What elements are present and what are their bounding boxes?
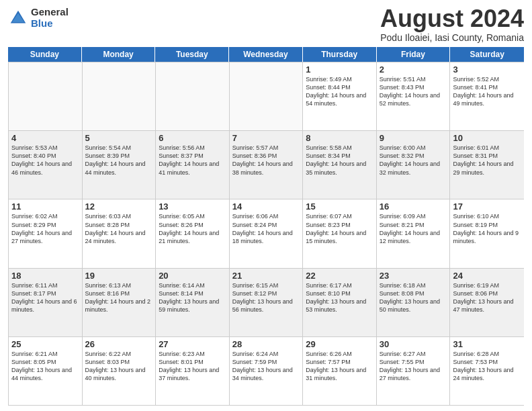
day-info: Sunrise: 6:23 AM Sunset: 8:01 PM Dayligh… xyxy=(159,350,226,383)
calendar-cell: 23Sunrise: 6:18 AM Sunset: 8:08 PM Dayli… xyxy=(377,269,451,336)
calendar-cell: 11Sunrise: 6:02 AM Sunset: 8:29 PM Dayli… xyxy=(9,199,83,267)
logo: General Blue xyxy=(8,7,69,29)
day-info: Sunrise: 6:18 AM Sunset: 8:08 PM Dayligh… xyxy=(380,281,447,314)
day-number: 19 xyxy=(85,271,153,281)
calendar-cell: 8Sunrise: 5:58 AM Sunset: 8:34 PM Daylig… xyxy=(303,131,377,199)
day-info: Sunrise: 6:19 AM Sunset: 8:06 PM Dayligh… xyxy=(453,281,521,314)
header-monday: Monday xyxy=(82,47,156,62)
day-number: 18 xyxy=(11,271,79,281)
day-number: 9 xyxy=(380,133,447,143)
logo-icon xyxy=(8,8,28,28)
calendar-cell: 3Sunrise: 5:52 AM Sunset: 8:41 PM Daylig… xyxy=(450,62,524,130)
calendar-cell: 20Sunrise: 6:14 AM Sunset: 8:14 PM Dayli… xyxy=(156,269,230,336)
day-info: Sunrise: 6:27 AM Sunset: 7:55 PM Dayligh… xyxy=(380,350,447,383)
calendar-cell: 29Sunrise: 6:26 AM Sunset: 7:57 PM Dayli… xyxy=(303,337,377,405)
day-info: Sunrise: 6:13 AM Sunset: 8:16 PM Dayligh… xyxy=(85,281,153,314)
header-saturday: Saturday xyxy=(450,47,524,62)
day-number: 24 xyxy=(453,271,521,281)
day-number: 6 xyxy=(159,133,226,143)
day-number: 30 xyxy=(380,339,447,349)
day-info: Sunrise: 5:54 AM Sunset: 8:39 PM Dayligh… xyxy=(85,144,153,177)
calendar: Sunday Monday Tuesday Wednesday Thursday… xyxy=(8,47,524,406)
day-info: Sunrise: 6:07 AM Sunset: 8:23 PM Dayligh… xyxy=(306,212,373,245)
day-info: Sunrise: 6:01 AM Sunset: 8:31 PM Dayligh… xyxy=(453,144,521,177)
day-info: Sunrise: 6:10 AM Sunset: 8:19 PM Dayligh… xyxy=(453,212,521,245)
calendar-cell: 2Sunrise: 5:51 AM Sunset: 8:43 PM Daylig… xyxy=(377,62,451,130)
day-number: 14 xyxy=(232,201,300,212)
calendar-cell: 24Sunrise: 6:19 AM Sunset: 8:06 PM Dayli… xyxy=(450,269,524,336)
calendar-row-1: 1Sunrise: 5:49 AM Sunset: 8:44 PM Daylig… xyxy=(9,62,524,130)
day-number: 13 xyxy=(159,201,226,212)
calendar-row-3: 11Sunrise: 6:02 AM Sunset: 8:29 PM Dayli… xyxy=(9,199,524,267)
day-number: 3 xyxy=(453,64,521,75)
calendar-cell: 6Sunrise: 5:56 AM Sunset: 8:37 PM Daylig… xyxy=(156,131,230,199)
calendar-header: Sunday Monday Tuesday Wednesday Thursday… xyxy=(8,47,524,62)
calendar-cell: 1Sunrise: 5:49 AM Sunset: 8:44 PM Daylig… xyxy=(303,62,377,130)
day-number: 25 xyxy=(11,339,79,349)
logo-general-text: General xyxy=(31,7,69,18)
day-info: Sunrise: 6:11 AM Sunset: 8:17 PM Dayligh… xyxy=(11,281,79,314)
header-tuesday: Tuesday xyxy=(155,47,229,62)
day-number: 20 xyxy=(159,271,226,281)
calendar-cell: 19Sunrise: 6:13 AM Sunset: 8:16 PM Dayli… xyxy=(83,269,157,336)
location: Podu Iloaiei, Iasi County, Romania xyxy=(380,32,524,43)
calendar-cell: 18Sunrise: 6:11 AM Sunset: 8:17 PM Dayli… xyxy=(9,269,83,336)
day-number: 23 xyxy=(380,271,447,281)
day-number: 16 xyxy=(380,201,447,212)
day-number: 27 xyxy=(159,339,226,349)
day-info: Sunrise: 6:02 AM Sunset: 8:29 PM Dayligh… xyxy=(11,212,79,245)
day-info: Sunrise: 6:09 AM Sunset: 8:21 PM Dayligh… xyxy=(380,212,447,245)
header: General Blue August 2024 Podu Iloaiei, I… xyxy=(8,7,524,43)
day-number: 22 xyxy=(306,271,373,281)
day-number: 21 xyxy=(232,271,300,281)
header-friday: Friday xyxy=(377,47,451,62)
calendar-cell: 21Sunrise: 6:15 AM Sunset: 8:12 PM Dayli… xyxy=(230,269,304,336)
calendar-row-2: 4Sunrise: 5:53 AM Sunset: 8:40 PM Daylig… xyxy=(9,130,524,199)
calendar-cell xyxy=(83,62,157,130)
day-info: Sunrise: 6:22 AM Sunset: 8:03 PM Dayligh… xyxy=(85,350,153,383)
day-info: Sunrise: 5:51 AM Sunset: 8:43 PM Dayligh… xyxy=(380,75,447,108)
calendar-cell: 7Sunrise: 5:57 AM Sunset: 8:36 PM Daylig… xyxy=(230,131,304,199)
calendar-cell: 12Sunrise: 6:03 AM Sunset: 8:28 PM Dayli… xyxy=(83,199,157,267)
day-info: Sunrise: 5:52 AM Sunset: 8:41 PM Dayligh… xyxy=(453,75,521,108)
day-number: 28 xyxy=(232,339,300,349)
day-number: 1 xyxy=(306,64,373,75)
day-info: Sunrise: 5:58 AM Sunset: 8:34 PM Dayligh… xyxy=(306,144,373,177)
calendar-row-5: 25Sunrise: 6:21 AM Sunset: 8:05 PM Dayli… xyxy=(9,336,524,405)
day-info: Sunrise: 6:15 AM Sunset: 8:12 PM Dayligh… xyxy=(232,281,300,314)
day-info: Sunrise: 6:00 AM Sunset: 8:32 PM Dayligh… xyxy=(380,144,447,177)
calendar-cell: 31Sunrise: 6:28 AM Sunset: 7:53 PM Dayli… xyxy=(450,337,524,405)
page: General Blue August 2024 Podu Iloaiei, I… xyxy=(0,0,532,411)
day-info: Sunrise: 5:49 AM Sunset: 8:44 PM Dayligh… xyxy=(306,75,373,108)
day-number: 10 xyxy=(453,133,521,143)
day-info: Sunrise: 6:21 AM Sunset: 8:05 PM Dayligh… xyxy=(11,350,79,383)
day-info: Sunrise: 5:56 AM Sunset: 8:37 PM Dayligh… xyxy=(159,144,226,177)
day-number: 17 xyxy=(453,201,521,212)
calendar-cell: 4Sunrise: 5:53 AM Sunset: 8:40 PM Daylig… xyxy=(9,131,83,199)
calendar-cell: 14Sunrise: 6:06 AM Sunset: 8:24 PM Dayli… xyxy=(230,199,304,267)
day-info: Sunrise: 6:14 AM Sunset: 8:14 PM Dayligh… xyxy=(159,281,226,314)
day-info: Sunrise: 6:26 AM Sunset: 7:57 PM Dayligh… xyxy=(306,350,373,383)
day-number: 26 xyxy=(85,339,153,349)
header-sunday: Sunday xyxy=(8,47,82,62)
day-info: Sunrise: 6:17 AM Sunset: 8:10 PM Dayligh… xyxy=(306,281,373,314)
day-info: Sunrise: 6:28 AM Sunset: 7:53 PM Dayligh… xyxy=(453,350,521,383)
logo-blue-text: Blue xyxy=(31,18,69,30)
calendar-cell: 17Sunrise: 6:10 AM Sunset: 8:19 PM Dayli… xyxy=(450,199,524,267)
day-info: Sunrise: 5:53 AM Sunset: 8:40 PM Dayligh… xyxy=(11,144,79,177)
day-number: 4 xyxy=(11,133,79,143)
day-number: 8 xyxy=(306,133,373,143)
day-info: Sunrise: 6:03 AM Sunset: 8:28 PM Dayligh… xyxy=(85,212,153,245)
calendar-cell: 25Sunrise: 6:21 AM Sunset: 8:05 PM Dayli… xyxy=(9,337,83,405)
calendar-cell: 10Sunrise: 6:01 AM Sunset: 8:31 PM Dayli… xyxy=(450,131,524,199)
month-title: August 2024 xyxy=(380,7,524,31)
day-info: Sunrise: 6:06 AM Sunset: 8:24 PM Dayligh… xyxy=(232,212,300,245)
calendar-cell: 22Sunrise: 6:17 AM Sunset: 8:10 PM Dayli… xyxy=(303,269,377,336)
day-number: 29 xyxy=(306,339,373,349)
calendar-cell: 13Sunrise: 6:05 AM Sunset: 8:26 PM Dayli… xyxy=(156,199,230,267)
header-wednesday: Wednesday xyxy=(229,47,303,62)
calendar-cell: 30Sunrise: 6:27 AM Sunset: 7:55 PM Dayli… xyxy=(377,337,451,405)
day-info: Sunrise: 5:57 AM Sunset: 8:36 PM Dayligh… xyxy=(232,144,300,177)
calendar-cell xyxy=(230,62,304,130)
calendar-cell xyxy=(156,62,230,130)
